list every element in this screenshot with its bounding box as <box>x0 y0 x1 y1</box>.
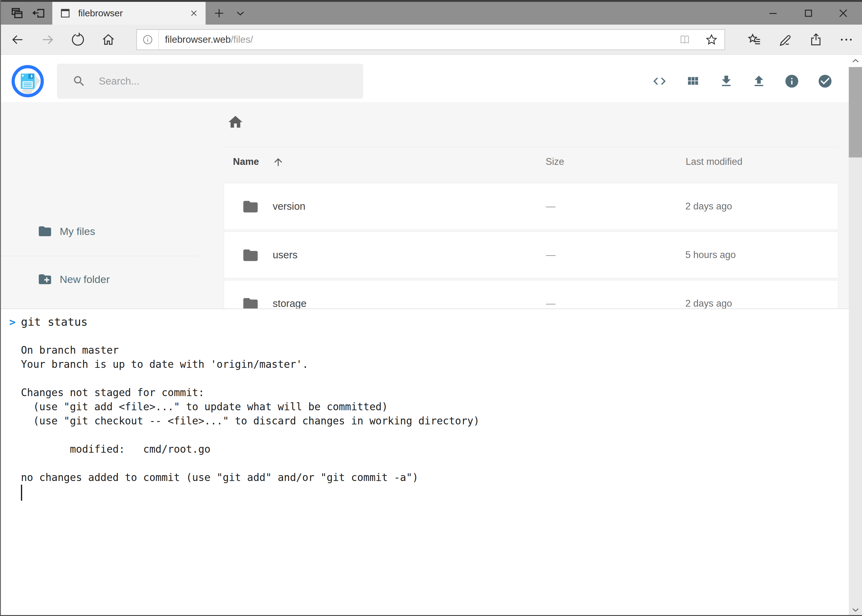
close-button[interactable] <box>833 2 853 25</box>
terminal-output: On branch master Your branch is up to da… <box>21 329 849 485</box>
new-tab-button[interactable] <box>210 2 229 25</box>
file-name: version <box>273 183 305 229</box>
upload-icon <box>752 74 766 89</box>
favorites-hub-button[interactable] <box>744 29 766 50</box>
column-header-size[interactable]: Size <box>546 155 564 168</box>
code-view-button[interactable] <box>650 72 669 90</box>
scroll-up-icon <box>851 56 860 66</box>
code-icon <box>652 74 667 89</box>
more-options-button[interactable] <box>835 29 857 50</box>
set-tabs-aside-button[interactable] <box>28 2 49 25</box>
content-area: My files New folder New file Settings <box>0 102 849 308</box>
folder-plus-icon <box>38 272 52 287</box>
file-size: — <box>546 280 555 308</box>
tab-title: filebrowser <box>78 8 123 19</box>
breadcrumb-home-icon[interactable] <box>227 114 244 130</box>
download-icon <box>719 74 734 89</box>
column-header-modified[interactable]: Last modified <box>686 155 742 168</box>
window-border-left <box>0 0 1 616</box>
upload-button[interactable] <box>750 72 768 90</box>
share-icon <box>808 32 824 47</box>
info-button[interactable] <box>783 72 801 90</box>
url-text[interactable]: filebrowser.web/files/ <box>165 34 253 45</box>
annotate-button[interactable] <box>774 29 796 50</box>
terminal-panel[interactable]: >git status On branch master Your branch… <box>0 308 849 616</box>
scroll-down-button[interactable] <box>849 604 862 616</box>
forward-button[interactable] <box>37 29 58 50</box>
file-row-version[interactable]: version — 2 days ago <box>224 183 838 230</box>
terminal-cursor <box>21 485 22 501</box>
url-host: filebrowser.web <box>165 34 231 45</box>
sort-arrow-up-icon[interactable] <box>273 156 284 168</box>
grid-view-button[interactable] <box>684 72 702 90</box>
tab-previews-icon <box>10 6 24 20</box>
search-icon <box>72 74 86 88</box>
listing-divider <box>224 147 839 147</box>
file-size: — <box>546 183 555 229</box>
browser-home-button[interactable] <box>98 29 119 50</box>
info-circle-icon <box>784 74 799 89</box>
site-info-icon[interactable] <box>142 34 154 46</box>
favorites-hub-icon <box>747 32 762 47</box>
scroll-down-icon <box>851 605 860 614</box>
maximize-icon <box>802 7 815 19</box>
share-button[interactable] <box>805 29 827 50</box>
column-header-name[interactable]: Name <box>233 155 259 168</box>
page-icon <box>59 7 71 19</box>
back-icon <box>10 32 25 47</box>
tabs-dropdown-button[interactable] <box>230 2 251 25</box>
set-tabs-aside-icon <box>32 6 46 20</box>
refresh-button[interactable] <box>67 29 88 50</box>
prompt-chevron: > <box>9 315 16 329</box>
terminal-prompt-line: >git status <box>21 315 849 329</box>
forward-icon <box>40 32 55 47</box>
file-name: users <box>273 232 298 278</box>
file-name: storage <box>273 280 307 308</box>
file-row-storage[interactable]: storage — 2 days ago <box>224 280 838 308</box>
more-options-icon <box>838 32 854 47</box>
tab-previews-button[interactable] <box>7 2 27 25</box>
file-size: — <box>546 232 555 278</box>
folder-icon <box>38 224 52 239</box>
folder-icon <box>242 198 259 215</box>
file-listing: Name Size Last modified version — 2 days… <box>198 102 849 308</box>
reading-view-icon[interactable] <box>678 33 691 46</box>
filebrowser-logo-icon <box>11 64 44 98</box>
chevron-down-icon <box>235 7 246 19</box>
favorite-star-icon[interactable] <box>705 33 718 46</box>
scrollbar-thumb[interactable] <box>849 67 862 157</box>
refresh-icon <box>70 32 85 47</box>
minimize-button[interactable] <box>763 2 783 25</box>
scroll-up-button[interactable] <box>849 55 862 67</box>
search-input[interactable] <box>98 75 352 87</box>
file-modified: 2 days ago <box>686 183 732 229</box>
sidebar: My files New folder New file Settings <box>0 102 198 308</box>
search-box[interactable] <box>57 64 363 99</box>
annotate-pen-icon <box>778 32 793 47</box>
terminal-command: git status <box>21 316 88 328</box>
select-button[interactable] <box>816 72 834 90</box>
minimize-icon <box>767 7 779 19</box>
browser-tab[interactable]: filebrowser <box>52 2 206 25</box>
back-button[interactable] <box>7 29 28 50</box>
folder-icon <box>242 295 259 308</box>
url-box[interactable]: filebrowser.web/files/ <box>136 29 725 50</box>
browser-home-icon <box>101 32 116 47</box>
file-modified: 5 hours ago <box>686 232 736 278</box>
download-button[interactable] <box>717 72 736 90</box>
sidebar-item-label: My files <box>60 225 95 237</box>
sidebar-item-my-files[interactable]: My files <box>0 221 198 242</box>
page-scrollbar[interactable] <box>849 55 862 616</box>
file-modified: 2 days ago <box>686 280 732 308</box>
tab-close-icon[interactable] <box>189 8 199 18</box>
app-logo[interactable] <box>11 64 44 98</box>
folder-icon <box>242 247 259 264</box>
file-row-users[interactable]: users — 5 hours ago <box>224 232 838 278</box>
grid-view-icon <box>686 74 700 88</box>
close-icon <box>837 7 850 20</box>
titlebar: filebrowser <box>0 0 862 25</box>
address-bar: filebrowser.web/files/ <box>0 25 862 55</box>
url-path: /files/ <box>231 34 253 45</box>
maximize-button[interactable] <box>798 2 819 25</box>
sidebar-item-new-folder[interactable]: New folder <box>0 269 198 290</box>
